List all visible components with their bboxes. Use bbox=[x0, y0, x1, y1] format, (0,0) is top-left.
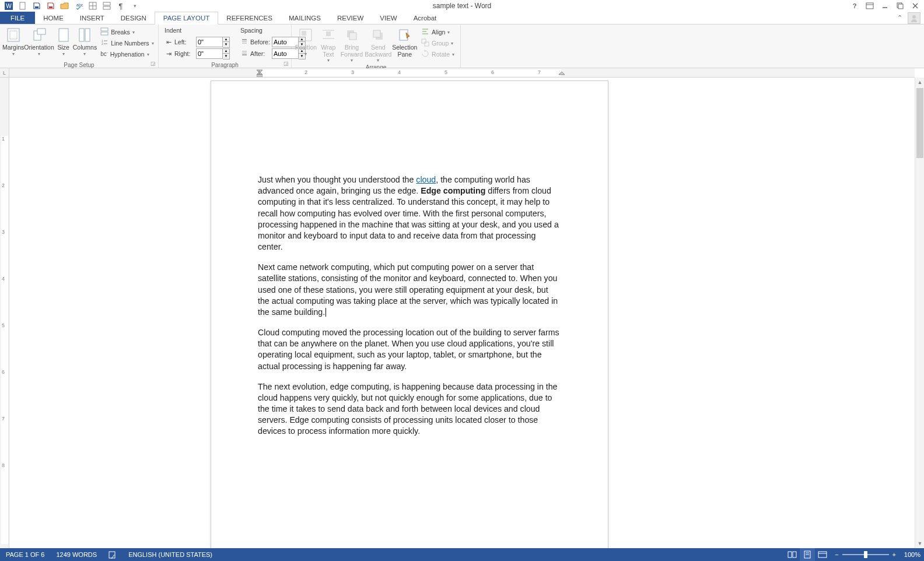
ruler-tick: 5 bbox=[2, 322, 5, 328]
user-avatar[interactable] bbox=[908, 12, 921, 24]
svg-rect-25 bbox=[85, 29, 90, 41]
status-page[interactable]: PAGE 1 OF 6 bbox=[0, 548, 50, 561]
zoom-value[interactable]: 100% bbox=[901, 551, 924, 558]
paragraph-launcher[interactable]: ◲ bbox=[282, 61, 289, 68]
zoom-slider[interactable]: − + bbox=[830, 551, 901, 558]
scroll-thumb[interactable] bbox=[916, 88, 923, 158]
read-mode-button[interactable] bbox=[785, 548, 800, 561]
hyphenation-button[interactable]: bc-Hyphenation▾ bbox=[98, 49, 156, 59]
align-button[interactable]: Align▾ bbox=[419, 27, 457, 37]
scroll-down-icon[interactable]: ▼ bbox=[915, 539, 924, 548]
spin-down-icon[interactable]: ▼ bbox=[223, 42, 229, 47]
tab-insert[interactable]: INSERT bbox=[72, 12, 113, 24]
selection-pane-button[interactable]: Selection Pane bbox=[392, 26, 418, 58]
svg-rect-52 bbox=[425, 42, 429, 46]
vertical-scrollbar[interactable]: ▲ ▼ bbox=[915, 78, 924, 548]
tab-file[interactable]: FILE bbox=[0, 12, 35, 24]
tab-acrobat[interactable]: Acrobat bbox=[405, 12, 445, 24]
zoom-handle[interactable] bbox=[864, 551, 867, 558]
svg-rect-55 bbox=[788, 552, 792, 558]
spacing-before-icon bbox=[240, 38, 249, 45]
columns-button[interactable]: Columns ▾ bbox=[73, 26, 97, 57]
zoom-out-button[interactable]: − bbox=[835, 551, 838, 558]
breaks-button[interactable]: Breaks▾ bbox=[98, 27, 156, 37]
line-numbers-button[interactable]: 12Line Numbers▾ bbox=[98, 38, 156, 48]
open-folder-icon[interactable] bbox=[58, 1, 71, 11]
cloud-link[interactable]: cloud bbox=[416, 175, 436, 184]
svg-rect-46 bbox=[373, 30, 380, 37]
svg-rect-24 bbox=[79, 29, 84, 41]
minimize-button[interactable] bbox=[878, 1, 891, 11]
tab-mailings[interactable]: MAILINGS bbox=[281, 12, 329, 24]
save-icon[interactable] bbox=[30, 1, 43, 11]
columns-icon bbox=[75, 27, 94, 43]
quick-access-toolbar: W abc ¶ ▾ bbox=[0, 1, 141, 11]
indent-left-icon: ⇤ bbox=[164, 38, 173, 46]
tab-home[interactable]: HOME bbox=[35, 12, 72, 24]
orientation-icon bbox=[30, 27, 48, 43]
tab-selector[interactable]: L bbox=[0, 68, 9, 78]
spin-up-icon[interactable]: ▲ bbox=[223, 49, 229, 54]
maximize-button[interactable] bbox=[894, 1, 907, 11]
chevron-down-icon: ▾ bbox=[132, 30, 135, 35]
table-icon[interactable] bbox=[86, 1, 99, 11]
position-button: Position▾ bbox=[294, 26, 318, 57]
window-controls: ? bbox=[848, 1, 922, 11]
qat-customize-icon[interactable]: ▾ bbox=[128, 1, 141, 11]
spelling-icon[interactable]: abc bbox=[72, 1, 85, 11]
ribbon-display-button[interactable] bbox=[863, 1, 876, 11]
paragraph-marks-icon[interactable]: ¶ bbox=[114, 1, 127, 11]
tab-references[interactable]: REFERENCES bbox=[218, 12, 281, 24]
group-paragraph: Indent ⇤ Left: ▲▼ ⇥ Right: ▲▼ Spacing Be… bbox=[159, 24, 292, 68]
ruler-tick: 2 bbox=[2, 183, 5, 188]
status-bar: PAGE 1 OF 6 1249 WORDS ENGLISH (UNITED S… bbox=[0, 548, 924, 561]
spin-down-icon[interactable]: ▼ bbox=[223, 54, 229, 59]
text-cursor bbox=[326, 308, 326, 317]
scroll-up-icon[interactable]: ▲ bbox=[915, 78, 924, 87]
document-area[interactable]: Just when you thought you understood the… bbox=[9, 78, 915, 548]
help-button[interactable]: ? bbox=[848, 1, 861, 11]
ruler-tick: 1 bbox=[258, 69, 261, 75]
page-setup-launcher[interactable]: ◲ bbox=[149, 61, 156, 68]
tab-review[interactable]: REVIEW bbox=[329, 12, 372, 24]
svg-rect-56 bbox=[793, 552, 796, 558]
line-numbers-icon: 12 bbox=[100, 38, 108, 48]
save-send-icon[interactable] bbox=[44, 1, 57, 11]
spin-up-icon[interactable]: ▲ bbox=[223, 37, 229, 43]
zoom-in-button[interactable]: + bbox=[892, 551, 896, 558]
new-doc-icon[interactable] bbox=[16, 1, 29, 11]
page-body-text[interactable]: Just when you thought you understood the… bbox=[258, 174, 561, 447]
split-icon[interactable] bbox=[100, 1, 113, 11]
svg-rect-15 bbox=[898, 4, 903, 9]
ruler-tick: 2 bbox=[304, 69, 307, 75]
print-layout-button[interactable] bbox=[800, 548, 815, 561]
tab-view[interactable]: VIEW bbox=[372, 12, 405, 24]
svg-text:abc: abc bbox=[76, 3, 83, 7]
status-proofing[interactable] bbox=[103, 548, 123, 561]
zoom-track[interactable] bbox=[842, 554, 889, 555]
group-page-setup: Margins ▾ Orientation ▾ Size ▾ Columns ▾… bbox=[0, 24, 159, 68]
tab-page-layout[interactable]: PAGE LAYOUT bbox=[155, 12, 218, 24]
vertical-ruler[interactable]: 12345678 bbox=[0, 78, 9, 548]
ruler-tick: 3 bbox=[2, 229, 5, 235]
margins-button[interactable]: Margins ▾ bbox=[2, 26, 24, 57]
orientation-button[interactable]: Orientation ▾ bbox=[24, 26, 54, 57]
close-button[interactable] bbox=[909, 1, 922, 11]
indent-right-icon: ⇥ bbox=[164, 50, 173, 58]
svg-rect-22 bbox=[37, 29, 46, 34]
indent-right-input[interactable]: ▲▼ bbox=[196, 48, 230, 59]
status-language[interactable]: ENGLISH (UNITED STATES) bbox=[123, 548, 218, 561]
collapse-ribbon-icon[interactable]: ⌃ bbox=[894, 14, 905, 22]
word-icon[interactable]: W bbox=[2, 1, 15, 11]
svg-point-18 bbox=[912, 15, 916, 19]
size-button[interactable]: Size ▾ bbox=[54, 26, 73, 57]
ruler-tick: 7 bbox=[538, 69, 541, 75]
status-words[interactable]: 1249 WORDS bbox=[50, 548, 103, 561]
web-layout-button[interactable] bbox=[815, 548, 830, 561]
tab-design[interactable]: DESIGN bbox=[113, 12, 155, 24]
right-indent-marker[interactable] bbox=[559, 72, 565, 78]
chevron-down-icon: ▾ bbox=[152, 41, 154, 46]
chevron-down-icon: ▾ bbox=[83, 51, 86, 57]
horizontal-ruler[interactable]: 1234567 bbox=[9, 68, 915, 78]
indent-left-input[interactable]: ▲▼ bbox=[196, 37, 230, 48]
